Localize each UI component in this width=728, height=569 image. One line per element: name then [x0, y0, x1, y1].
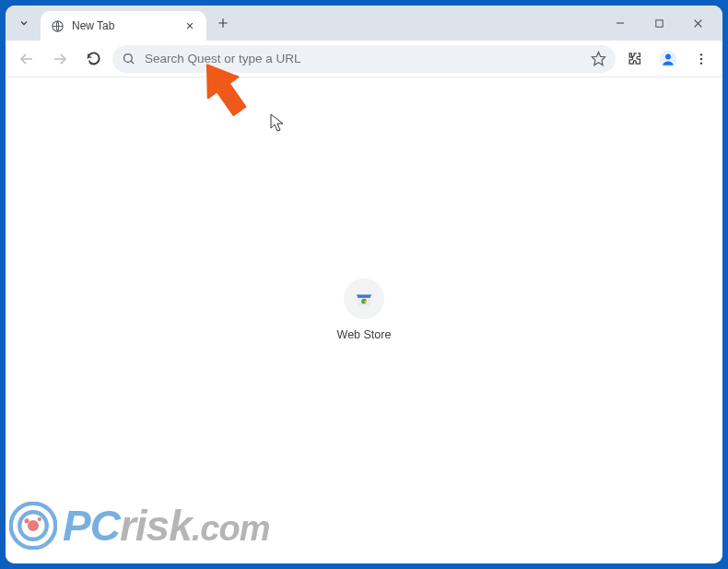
new-tab-button[interactable] — [210, 10, 236, 36]
shortcut-web-store[interactable]: Web Store — [313, 279, 415, 341]
nav-forward-button[interactable] — [46, 45, 74, 73]
tab-new-tab[interactable]: New Tab — [41, 11, 206, 41]
svg-marker-13 — [592, 52, 605, 65]
menu-button[interactable] — [687, 45, 715, 73]
close-window-button[interactable] — [678, 8, 717, 38]
svg-point-16 — [700, 53, 702, 55]
globe-icon — [50, 18, 65, 33]
svg-rect-6 — [655, 19, 662, 26]
svg-point-17 — [700, 57, 702, 59]
toolbar — [6, 41, 722, 77]
svg-line-12 — [131, 61, 134, 64]
person-icon — [659, 50, 677, 68]
tabs-dropdown-button[interactable] — [11, 10, 37, 36]
chevron-down-icon — [18, 18, 29, 29]
puzzle-icon — [628, 51, 643, 66]
extensions-button[interactable] — [621, 45, 649, 73]
profile-button[interactable] — [654, 45, 682, 73]
svg-point-15 — [665, 53, 671, 59]
window-controls — [601, 8, 717, 38]
shortcut-label: Web Store — [337, 328, 392, 341]
svg-point-18 — [700, 62, 702, 64]
vertical-dots-icon — [694, 52, 709, 66]
close-icon — [692, 18, 704, 30]
minimize-button[interactable] — [601, 8, 640, 38]
arrow-right-icon — [52, 51, 68, 67]
browser-window: New Tab — [6, 6, 722, 563]
web-store-icon — [344, 279, 384, 319]
tab-close-button[interactable] — [182, 18, 197, 33]
close-icon — [185, 21, 194, 30]
address-bar-input[interactable] — [145, 52, 581, 65]
shortcut-grid: Web Store — [6, 279, 722, 341]
tab-title: New Tab — [72, 19, 175, 32]
minimize-icon — [615, 18, 626, 29]
tab-strip: New Tab — [6, 6, 722, 41]
reload-icon — [86, 51, 101, 66]
svg-point-11 — [124, 54, 133, 63]
bookmark-button[interactable] — [591, 51, 606, 66]
plus-icon — [217, 17, 229, 30]
omnibox[interactable] — [112, 45, 616, 73]
page-content: Web Store — [6, 77, 722, 563]
reload-button[interactable] — [79, 45, 107, 73]
maximize-icon — [654, 18, 664, 29]
star-icon — [591, 51, 606, 66]
search-icon — [122, 52, 135, 65]
nav-back-button[interactable] — [13, 45, 41, 73]
maximize-button[interactable] — [640, 8, 678, 38]
arrow-left-icon — [18, 51, 35, 67]
